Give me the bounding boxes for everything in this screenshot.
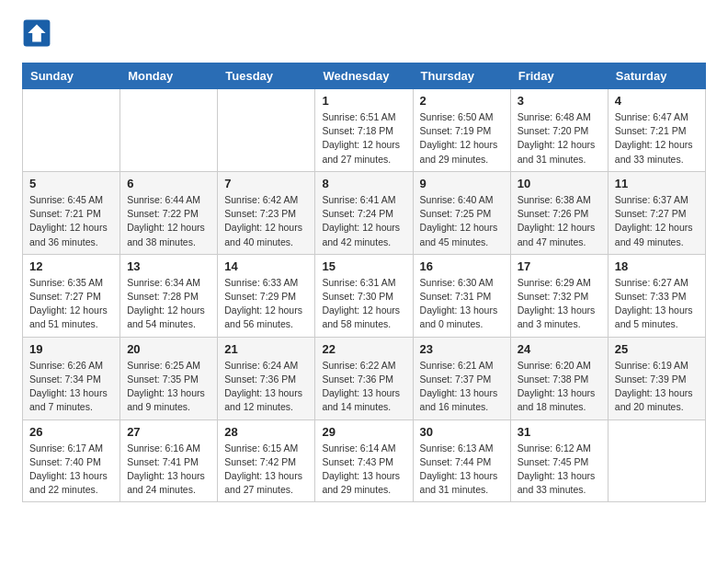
week-row-4: 19Sunrise: 6:26 AM Sunset: 7:34 PM Dayli… bbox=[23, 337, 706, 419]
day-number: 17 bbox=[518, 259, 601, 273]
day-number: 16 bbox=[420, 259, 504, 273]
day-number: 29 bbox=[322, 425, 405, 439]
day-number: 3 bbox=[518, 94, 601, 108]
day-number: 5 bbox=[29, 177, 113, 190]
day-number: 25 bbox=[615, 342, 699, 356]
day-info: Sunrise: 6:29 AM Sunset: 7:32 PM Dayligh… bbox=[518, 276, 601, 332]
day-cell: 30Sunrise: 6:13 AM Sunset: 7:44 PM Dayli… bbox=[413, 419, 510, 502]
weekday-header-row: SundayMondayTuesdayWednesdayThursdayFrid… bbox=[23, 63, 706, 89]
day-cell: 5Sunrise: 6:45 AM Sunset: 7:21 PM Daylig… bbox=[23, 171, 120, 254]
day-cell: 8Sunrise: 6:41 AM Sunset: 7:24 PM Daylig… bbox=[315, 171, 413, 254]
logo bbox=[22, 18, 55, 48]
day-number: 9 bbox=[420, 177, 504, 190]
day-info: Sunrise: 6:13 AM Sunset: 7:44 PM Dayligh… bbox=[420, 442, 504, 498]
day-number: 6 bbox=[127, 177, 210, 190]
day-number: 11 bbox=[615, 177, 699, 190]
day-info: Sunrise: 6:21 AM Sunset: 7:37 PM Dayligh… bbox=[420, 359, 504, 415]
day-number: 22 bbox=[322, 342, 405, 356]
day-cell: 19Sunrise: 6:26 AM Sunset: 7:34 PM Dayli… bbox=[23, 337, 120, 419]
day-cell: 4Sunrise: 6:47 AM Sunset: 7:21 PM Daylig… bbox=[608, 89, 705, 172]
day-info: Sunrise: 6:45 AM Sunset: 7:21 PM Dayligh… bbox=[29, 193, 113, 249]
day-info: Sunrise: 6:31 AM Sunset: 7:30 PM Dayligh… bbox=[322, 276, 405, 332]
day-info: Sunrise: 6:22 AM Sunset: 7:36 PM Dayligh… bbox=[322, 359, 405, 415]
day-cell: 6Sunrise: 6:44 AM Sunset: 7:22 PM Daylig… bbox=[120, 171, 218, 254]
day-cell: 31Sunrise: 6:12 AM Sunset: 7:45 PM Dayli… bbox=[510, 419, 608, 502]
weekday-header-tuesday: Tuesday bbox=[218, 63, 315, 89]
day-info: Sunrise: 6:41 AM Sunset: 7:24 PM Dayligh… bbox=[322, 193, 405, 249]
weekday-header-sunday: Sunday bbox=[23, 63, 120, 89]
day-number: 26 bbox=[29, 425, 113, 439]
day-cell: 2Sunrise: 6:50 AM Sunset: 7:19 PM Daylig… bbox=[413, 89, 510, 172]
day-info: Sunrise: 6:40 AM Sunset: 7:25 PM Dayligh… bbox=[420, 193, 504, 249]
day-number: 19 bbox=[29, 342, 113, 356]
day-info: Sunrise: 6:19 AM Sunset: 7:39 PM Dayligh… bbox=[615, 359, 699, 415]
day-cell: 1Sunrise: 6:51 AM Sunset: 7:18 PM Daylig… bbox=[315, 89, 413, 172]
weekday-header-friday: Friday bbox=[510, 63, 608, 89]
day-info: Sunrise: 6:16 AM Sunset: 7:41 PM Dayligh… bbox=[127, 442, 210, 498]
weekday-header-monday: Monday bbox=[120, 63, 218, 89]
day-cell: 18Sunrise: 6:27 AM Sunset: 7:33 PM Dayli… bbox=[608, 254, 705, 337]
day-cell: 7Sunrise: 6:42 AM Sunset: 7:23 PM Daylig… bbox=[218, 171, 315, 254]
day-cell: 16Sunrise: 6:30 AM Sunset: 7:31 PM Dayli… bbox=[413, 254, 510, 337]
day-info: Sunrise: 6:37 AM Sunset: 7:27 PM Dayligh… bbox=[615, 193, 699, 249]
day-info: Sunrise: 6:42 AM Sunset: 7:23 PM Dayligh… bbox=[224, 193, 308, 249]
day-number: 18 bbox=[615, 259, 699, 273]
week-row-1: 1Sunrise: 6:51 AM Sunset: 7:18 PM Daylig… bbox=[23, 89, 706, 172]
day-number: 13 bbox=[127, 259, 210, 273]
day-cell: 10Sunrise: 6:38 AM Sunset: 7:26 PM Dayli… bbox=[510, 171, 608, 254]
day-info: Sunrise: 6:27 AM Sunset: 7:33 PM Dayligh… bbox=[615, 276, 699, 332]
day-info: Sunrise: 6:33 AM Sunset: 7:29 PM Dayligh… bbox=[224, 276, 308, 332]
weekday-header-wednesday: Wednesday bbox=[315, 63, 413, 89]
day-info: Sunrise: 6:20 AM Sunset: 7:38 PM Dayligh… bbox=[518, 359, 601, 415]
day-info: Sunrise: 6:14 AM Sunset: 7:43 PM Dayligh… bbox=[322, 442, 405, 498]
day-info: Sunrise: 6:38 AM Sunset: 7:26 PM Dayligh… bbox=[518, 193, 601, 249]
header bbox=[22, 18, 706, 48]
day-info: Sunrise: 6:35 AM Sunset: 7:27 PM Dayligh… bbox=[29, 276, 113, 332]
day-cell: 12Sunrise: 6:35 AM Sunset: 7:27 PM Dayli… bbox=[23, 254, 120, 337]
day-number: 15 bbox=[322, 259, 405, 273]
day-number: 23 bbox=[420, 342, 504, 356]
day-info: Sunrise: 6:47 AM Sunset: 7:21 PM Dayligh… bbox=[615, 110, 699, 167]
day-info: Sunrise: 6:12 AM Sunset: 7:45 PM Dayligh… bbox=[518, 442, 601, 498]
day-number: 24 bbox=[518, 342, 601, 356]
day-number: 31 bbox=[518, 425, 601, 439]
day-number: 4 bbox=[615, 94, 699, 108]
day-number: 21 bbox=[224, 342, 308, 356]
day-cell: 28Sunrise: 6:15 AM Sunset: 7:42 PM Dayli… bbox=[218, 419, 315, 502]
day-number: 8 bbox=[322, 177, 405, 190]
day-cell bbox=[218, 89, 315, 172]
day-cell bbox=[120, 89, 218, 172]
day-cell: 11Sunrise: 6:37 AM Sunset: 7:27 PM Dayli… bbox=[608, 171, 705, 254]
day-number: 1 bbox=[322, 94, 405, 108]
day-cell: 9Sunrise: 6:40 AM Sunset: 7:25 PM Daylig… bbox=[413, 171, 510, 254]
weekday-header-saturday: Saturday bbox=[608, 63, 705, 89]
day-number: 27 bbox=[127, 425, 210, 439]
day-cell: 24Sunrise: 6:20 AM Sunset: 7:38 PM Dayli… bbox=[510, 337, 608, 419]
day-cell: 29Sunrise: 6:14 AM Sunset: 7:43 PM Dayli… bbox=[315, 419, 413, 502]
day-info: Sunrise: 6:15 AM Sunset: 7:42 PM Dayligh… bbox=[224, 442, 308, 498]
day-number: 14 bbox=[224, 259, 308, 273]
day-info: Sunrise: 6:48 AM Sunset: 7:20 PM Dayligh… bbox=[518, 110, 601, 167]
day-info: Sunrise: 6:26 AM Sunset: 7:34 PM Dayligh… bbox=[29, 359, 113, 415]
day-cell: 3Sunrise: 6:48 AM Sunset: 7:20 PM Daylig… bbox=[510, 89, 608, 172]
day-cell: 13Sunrise: 6:34 AM Sunset: 7:28 PM Dayli… bbox=[120, 254, 218, 337]
day-number: 30 bbox=[420, 425, 504, 439]
day-info: Sunrise: 6:25 AM Sunset: 7:35 PM Dayligh… bbox=[127, 359, 210, 415]
week-row-5: 26Sunrise: 6:17 AM Sunset: 7:40 PM Dayli… bbox=[23, 419, 706, 502]
day-number: 12 bbox=[29, 259, 113, 273]
day-info: Sunrise: 6:34 AM Sunset: 7:28 PM Dayligh… bbox=[127, 276, 210, 332]
day-cell: 23Sunrise: 6:21 AM Sunset: 7:37 PM Dayli… bbox=[413, 337, 510, 419]
day-number: 10 bbox=[518, 177, 601, 190]
day-info: Sunrise: 6:51 AM Sunset: 7:18 PM Dayligh… bbox=[322, 110, 405, 167]
day-cell: 17Sunrise: 6:29 AM Sunset: 7:32 PM Dayli… bbox=[510, 254, 608, 337]
week-row-2: 5Sunrise: 6:45 AM Sunset: 7:21 PM Daylig… bbox=[23, 171, 706, 254]
day-cell: 14Sunrise: 6:33 AM Sunset: 7:29 PM Dayli… bbox=[218, 254, 315, 337]
day-info: Sunrise: 6:30 AM Sunset: 7:31 PM Dayligh… bbox=[420, 276, 504, 332]
day-cell: 27Sunrise: 6:16 AM Sunset: 7:41 PM Dayli… bbox=[120, 419, 218, 502]
week-row-3: 12Sunrise: 6:35 AM Sunset: 7:27 PM Dayli… bbox=[23, 254, 706, 337]
day-info: Sunrise: 6:44 AM Sunset: 7:22 PM Dayligh… bbox=[127, 193, 210, 249]
day-number: 7 bbox=[224, 177, 308, 190]
day-cell bbox=[23, 89, 120, 172]
weekday-header-thursday: Thursday bbox=[413, 63, 510, 89]
day-cell: 26Sunrise: 6:17 AM Sunset: 7:40 PM Dayli… bbox=[23, 419, 120, 502]
